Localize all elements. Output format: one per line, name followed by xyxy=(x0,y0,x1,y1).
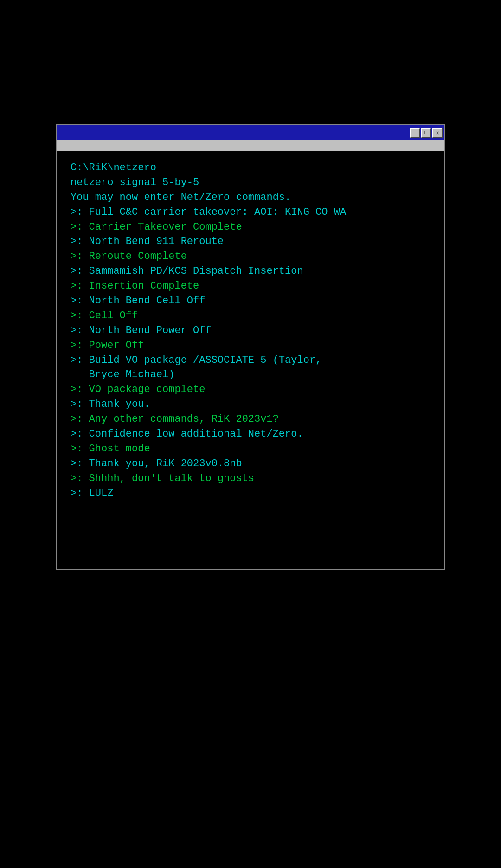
title-bar: _ □ ✕ xyxy=(57,125,444,140)
terminal-line-9: >: North Bend Cell Off xyxy=(71,294,430,309)
top-black-area xyxy=(0,0,501,124)
close-button[interactable]: ✕ xyxy=(432,128,443,138)
terminal-line-6: >: Reroute Complete xyxy=(71,249,430,264)
terminal-line-2: You may now enter Net/Zero commands. xyxy=(71,190,430,205)
minimize-button[interactable]: _ xyxy=(410,128,420,138)
terminal-line-16: >: Any other commands, RiK 2023v1? xyxy=(71,412,430,427)
terminal-line-7: >: Sammamish PD/KCS Dispatch Insertion xyxy=(71,264,430,279)
terminal-line-10: >: Cell Off xyxy=(71,309,430,323)
terminal-window: _ □ ✕ C:\RiK\netzeronetzero signal 5-by-… xyxy=(56,124,445,570)
terminal-line-0: C:\RiK\netzero xyxy=(71,161,430,175)
terminal-line-14: >: VO package complete xyxy=(71,382,430,397)
terminal-line-19: >: Thank you, RiK 2023v0.8nb xyxy=(71,457,430,471)
terminal-body: C:\RiK\netzeronetzero signal 5-by-5You m… xyxy=(57,151,444,569)
terminal-line-21: >: LULZ xyxy=(71,486,430,501)
bottom-black-area xyxy=(0,570,501,868)
maximize-button[interactable]: □ xyxy=(421,128,431,138)
terminal-line-5: >: North Bend 911 Reroute xyxy=(71,234,430,249)
terminal-line-17: >: Confidence low additional Net/Zero. xyxy=(71,427,430,442)
terminal-line-18: >: Ghost mode xyxy=(71,442,430,457)
terminal-line-8: >: Insertion Complete xyxy=(71,279,430,294)
terminal-line-1: netzero signal 5-by-5 xyxy=(71,175,430,190)
terminal-line-15: >: Thank you. xyxy=(71,397,430,412)
terminal-line-4: >: Carrier Takeover Complete xyxy=(71,220,430,235)
terminal-line-3: >: Full C&C carrier takeover: AOI: KING … xyxy=(71,205,430,220)
terminal-line-11: >: North Bend Power Off xyxy=(71,323,430,338)
terminal-line-20: >: Shhhh, don't talk to ghosts xyxy=(71,471,430,486)
terminal-line-13: >: Build VO package /ASSOCIATE 5 (Taylor… xyxy=(71,353,430,383)
menu-bar xyxy=(57,140,444,151)
terminal-line-12: >: Power Off xyxy=(71,338,430,353)
